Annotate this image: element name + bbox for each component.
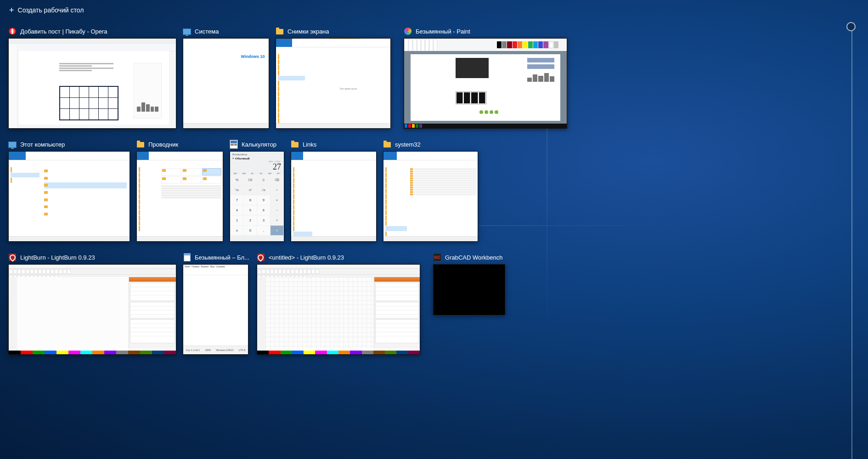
calc-key-equals[interactable]: = [271,226,283,235]
task-title: GrabCAD Workbench [445,254,502,261]
calc-keypad: % CE C ⌫ ¹/x x² √x ÷ 7 8 9 × 4 5 [230,175,284,236]
calc-key[interactable]: × [271,195,283,205]
task-title: Проводник [148,141,178,148]
calc-key[interactable]: 1 [231,215,243,225]
task-title: Система [195,28,219,35]
task-row-3: LightBurn - LightBurn 0.9.23 [8,252,836,355]
task-thumbnail[interactable]: Windows 10 [183,38,269,129]
calc-key[interactable]: ¹/x [231,185,243,195]
calc-key[interactable]: 4 [231,205,243,215]
windows10-logo: Windows 10 [241,55,265,59]
task-thumbnail[interactable] [383,151,478,242]
task-thumbnail[interactable] [404,38,567,129]
lightburn-preview [9,265,176,354]
folder-icon [276,27,284,35]
task-lightburn-2: <untitled> - LightBurn 0.9.23 [257,252,420,355]
calc-key[interactable]: + [271,215,283,225]
calc-key[interactable]: ÷ [271,185,283,195]
calc-display: 27 [230,163,284,172]
task-title: Снимки экрана [287,28,329,35]
calc-key[interactable]: 7 [231,195,243,205]
lightburn-icon [8,253,17,261]
explorer-preview: Эта папка пуста. [276,39,390,128]
task-title: system32 [395,141,421,148]
calc-key[interactable]: C [257,175,270,185]
notepad-icon [183,253,191,261]
task-header[interactable]: Этот компьютер [8,139,130,151]
task-header[interactable]: system32 [383,139,478,151]
task-header[interactable]: Безымянный - Paint [404,26,567,38]
calc-key[interactable]: , [257,226,270,235]
explorer-preview [383,152,478,241]
task-title: Безымянный - Paint [416,28,470,35]
folder-icon [136,140,145,148]
task-system32-folder: system32 [383,139,478,242]
new-desktop-button[interactable]: + Создать рабочий стол [9,6,84,14]
computer-icon [8,140,17,148]
task-explorer: Проводник [136,139,223,242]
calc-key[interactable]: 5 [244,205,257,215]
task-thumbnail[interactable] [136,151,223,242]
calc-key[interactable]: 2 [244,215,257,225]
task-calculator: Калькулятор Калькулятор ≡ Обычный 2821 -… [230,139,284,242]
task-thumbnail[interactable] [433,264,505,315]
task-title: Links [303,141,316,148]
task-thumbnail[interactable] [8,264,176,355]
task-this-pc: Этот компьютер [8,139,130,242]
task-header[interactable]: Проводник [136,139,223,151]
task-row-2: Этот компьютер [8,139,836,242]
grabcad-preview [434,265,505,315]
calc-key[interactable]: CE [244,175,257,185]
task-header[interactable]: LightBurn - LightBurn 0.9.23 [8,252,176,264]
task-thumbnail[interactable] [8,151,130,242]
calc-key[interactable]: 8 [244,195,257,205]
task-header[interactable]: <untitled> - LightBurn 0.9.23 [257,252,420,264]
task-header[interactable]: Безымянный – Бл... [183,252,250,264]
task-thumbnail[interactable]: Эта папка пуста. [276,38,391,129]
task-thumbnail[interactable] [291,151,377,242]
calc-key[interactable]: − [271,205,283,215]
task-title: LightBurn - LightBurn 0.9.23 [20,254,95,261]
task-thumbnail[interactable]: ФайлПравкаФорматВидСправка Стр 1, стлб 1… [183,264,248,355]
task-title: Добавить пост | Пикабу - Opera [20,28,107,35]
lightburn-icon [257,253,265,261]
monitor-icon [183,27,191,35]
timeline-scroll-rail[interactable] [851,25,852,459]
paint-preview [404,39,567,128]
calc-memory-row: MCMRM+M-MSM* [230,172,284,175]
task-header[interactable]: GC GrabCAD Workbench [433,252,505,264]
empty-folder-text: Эта папка пуста. [340,88,358,90]
task-grabcad: GC GrabCAD Workbench [433,252,505,315]
calc-key[interactable]: ± [231,226,243,235]
task-paint: Безымянный - Paint [404,26,567,129]
task-opera: Добавить пост | Пикабу - Opera [8,26,176,129]
calc-key[interactable]: 6 [257,205,270,215]
paint-icon [404,27,412,35]
calc-key[interactable]: √x [257,185,270,195]
task-title: Безымянный – Бл... [195,254,249,261]
task-header[interactable]: Калькулятор [230,139,284,151]
opera-icon [8,27,17,35]
timeline-scroll-handle[interactable] [846,22,856,31]
calc-key[interactable]: ⌫ [271,175,283,185]
task-header[interactable]: Добавить пост | Пикабу - Opera [8,26,176,38]
explorer-preview [9,152,130,241]
task-title: <untitled> - LightBurn 0.9.23 [269,254,344,261]
task-thumbnail[interactable] [8,38,176,129]
calc-key[interactable]: 9 [257,195,270,205]
calc-key[interactable]: 3 [257,215,270,225]
task-view-area: Добавить пост | Пикабу - Opera [8,26,836,355]
folder-icon [383,140,391,148]
task-system: Система Windows 10 [183,26,269,129]
calc-key[interactable]: 0 [244,226,257,235]
task-header[interactable]: Links [291,139,377,151]
calc-key[interactable]: x² [244,185,257,195]
task-header[interactable]: Снимки экрана [276,26,391,38]
task-lightburn-1: LightBurn - LightBurn 0.9.23 [8,252,176,355]
task-thumbnail[interactable] [257,264,420,355]
task-title: Этот компьютер [20,141,65,148]
task-thumbnail[interactable]: Калькулятор ≡ Обычный 2821 - 1194 = 27 M… [230,151,284,242]
opera-preview [9,39,176,128]
task-header[interactable]: Система [183,26,269,38]
calc-key[interactable]: % [231,175,243,185]
